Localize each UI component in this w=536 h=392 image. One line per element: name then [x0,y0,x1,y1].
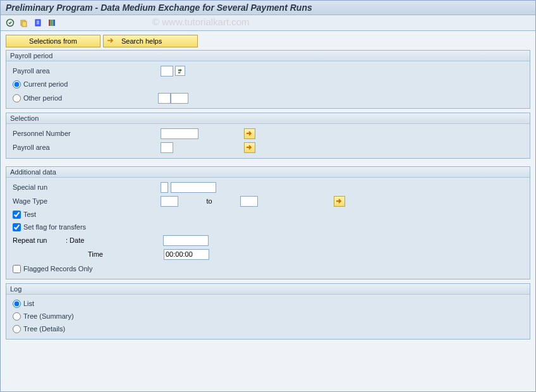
svg-rect-6 [37,23,39,24]
search-helps-label: Search helps [121,37,162,45]
status-icon[interactable] [46,17,58,28]
panel-header-payroll: Payroll period [6,51,530,61]
f4-help-icon[interactable] [175,66,185,76]
personnel-number-input[interactable] [161,128,198,139]
special-run-input-1[interactable] [161,182,168,193]
other-period-input-2[interactable] [171,93,188,104]
wage-type-label: Wage Type [13,197,158,205]
flagged-only-label: Flagged Records Only [23,265,92,273]
log-list-label: List [23,300,34,307]
arrow-right-icon [107,37,115,45]
page-title: Preliminary Program - Data Medium Exchan… [1,1,535,15]
multiple-selection-icon[interactable] [244,128,255,139]
test-checkbox[interactable] [13,211,21,219]
wage-type-to-label: to [181,197,238,205]
svg-rect-8 [51,20,53,26]
payroll-area-input[interactable] [161,66,173,77]
panel-additional-data: Additional data Special run Wage Type to [6,166,530,279]
wage-type-to-input[interactable] [240,196,258,207]
other-period-radio[interactable] [13,94,21,102]
repeat-run-label: Repeat run [13,236,63,244]
test-label: Test [23,211,36,218]
main-window: Preliminary Program - Data Medium Exchan… [0,0,536,392]
repeat-run-date-input[interactable] [163,235,209,246]
current-period-radio[interactable] [13,80,21,89]
set-flag-checkbox[interactable] [13,223,21,231]
wage-type-from-input[interactable] [161,196,178,207]
other-period-input-1[interactable] [158,93,171,104]
current-period-label: Current period [23,80,68,88]
execute-icon[interactable] [4,17,16,28]
multiple-selection-icon[interactable] [334,196,345,207]
other-period-label: Other period [23,94,158,102]
payroll-area-sel-label: Payroll area [13,144,158,151]
program-docs-icon[interactable] [32,17,44,28]
panel-log: Log List Tree (Summary) Tree (Details) [6,283,530,340]
log-tree-details-label: Tree (Details) [23,325,65,333]
time-label: Time [58,250,106,258]
svg-rect-5 [37,22,39,23]
svg-rect-4 [37,21,39,21]
flagged-only-checkbox[interactable] [13,265,21,273]
log-list-radio[interactable] [13,300,21,308]
svg-rect-7 [49,20,51,26]
repeat-run-date-label: : Date [66,236,161,244]
selections-from-button[interactable]: Selections from [6,35,100,47]
multiple-selection-icon[interactable] [244,142,255,153]
watermark-text: © www.tutorialkart.com [152,16,250,27]
panel-payroll-period: Payroll period Payroll area Current peri… [6,50,530,109]
payroll-area-label: Payroll area [13,67,158,75]
log-tree-details-radio[interactable] [13,325,21,333]
special-run-input-2[interactable] [171,182,216,193]
set-flag-label: Set flag for transfers [23,223,86,231]
application-toolbar: © www.tutorialkart.com [1,15,535,31]
payroll-area-sel-input[interactable] [161,142,173,153]
button-row: Selections from Search helps [6,35,530,47]
time-input[interactable] [164,249,209,260]
svg-rect-2 [22,21,27,27]
personnel-number-label: Personnel Number [13,130,158,137]
panel-header-selection: Selection [6,113,530,124]
panel-header-additional: Additional data [6,167,530,178]
log-tree-summary-label: Tree (Summary) [23,312,74,320]
panel-header-log: Log [6,284,530,295]
get-variant-icon[interactable] [18,17,30,28]
svg-rect-9 [53,20,55,26]
special-run-label: Special run [13,183,158,191]
log-tree-summary-radio[interactable] [13,312,21,321]
panel-selection: Selection Personnel Number Payroll area [6,113,530,159]
content-area: Selections from Search helps Payroll per… [1,31,535,347]
search-helps-button[interactable]: Search helps [103,35,198,47]
